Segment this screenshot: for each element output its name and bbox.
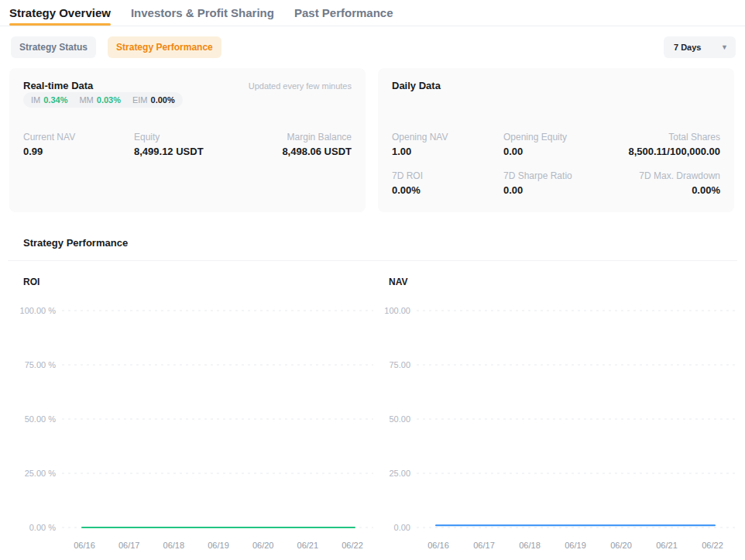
- metric-equity: Equity 8,499.12 USDT: [134, 132, 204, 157]
- nav-line-chart[interactable]: 0.0025.0050.0075.00100.0006/1606/1706/18…: [381, 299, 742, 558]
- daily-card-title: Daily Data: [392, 80, 441, 91]
- eim-label: EIM: [132, 95, 148, 105]
- nav-chart-title: NAV: [389, 277, 407, 287]
- tab-past-performance[interactable]: Past Performance: [294, 6, 393, 26]
- metric-margin-balance: Margin Balance 8,498.06 USDT: [204, 132, 352, 157]
- subtab-strategy-performance[interactable]: Strategy Performance: [108, 36, 221, 58]
- section-divider: [8, 260, 737, 261]
- svg-text:06/18: 06/18: [519, 541, 541, 550]
- svg-text:06/20: 06/20: [252, 541, 274, 550]
- metric-value: 0.99: [23, 146, 134, 157]
- metric-7d-max-drawdown: 7D Max. Drawdown 0.00%: [572, 170, 720, 196]
- daily-metrics-row-2: 7D ROI 0.00% 7D Sharpe Ratio 0.00 7D Max…: [392, 170, 720, 196]
- svg-text:06/16: 06/16: [74, 541, 95, 550]
- svg-text:06/21: 06/21: [656, 541, 678, 550]
- metric-value: 0.00: [503, 184, 572, 196]
- realtime-card-title: Real-time Data: [23, 80, 93, 91]
- chevron-down-icon: ▼: [721, 44, 728, 51]
- metric-label: Margin Balance: [204, 132, 352, 143]
- tab-strategy-overview[interactable]: Strategy Overview: [9, 6, 111, 26]
- metric-label: 7D ROI: [392, 170, 503, 181]
- svg-text:06/22: 06/22: [702, 541, 723, 550]
- mm-ratio: MM0.03%: [79, 95, 121, 105]
- svg-text:06/20: 06/20: [610, 541, 632, 550]
- updated-note: Updated every few minutes: [249, 81, 352, 91]
- svg-text:100.00 %: 100.00 %: [20, 306, 57, 315]
- top-tab-bar: Strategy Overview Investors & Profit Sha…: [0, 0, 745, 26]
- eim-ratio: EIM0.00%: [132, 95, 175, 105]
- metric-label: 7D Sharpe Ratio: [503, 170, 572, 181]
- margin-ratio-badge: IM0.34% MM0.03% EIM0.00%: [23, 92, 183, 108]
- svg-text:25.00 %: 25.00 %: [25, 469, 57, 478]
- daily-data-card: Daily Data Opening NAV 1.00 Opening Equi…: [378, 68, 734, 212]
- im-value: 0.34%: [43, 95, 67, 105]
- svg-text:75.00 %: 75.00 %: [25, 360, 57, 369]
- period-dropdown-value: 7 Days: [674, 43, 701, 52]
- im-label: IM: [31, 95, 40, 105]
- roi-chart-title: ROI: [23, 277, 39, 287]
- metric-label: Equity: [134, 132, 204, 143]
- metric-value: 1.00: [392, 146, 503, 157]
- tab-investors-profit-sharing[interactable]: Investors & Profit Sharing: [131, 6, 274, 26]
- svg-text:100.00: 100.00: [384, 306, 410, 315]
- svg-text:06/21: 06/21: [297, 541, 319, 550]
- svg-text:50.00 %: 50.00 %: [25, 414, 57, 424]
- metric-7d-roi: 7D ROI 0.00%: [392, 170, 503, 196]
- metric-7d-sharpe-ratio: 7D Sharpe Ratio 0.00: [503, 170, 572, 196]
- metric-label: Current NAV: [23, 132, 134, 143]
- metric-value: 8,500.11/100,000.00: [567, 146, 720, 157]
- strategy-dashboard-page: Strategy Overview Investors & Profit Sha…: [0, 0, 745, 560]
- performance-section-title: Strategy Performance: [23, 237, 128, 249]
- svg-text:0.00: 0.00: [394, 523, 410, 532]
- metric-value: 0.00%: [392, 184, 503, 196]
- eim-value: 0.00%: [151, 95, 175, 105]
- metric-opening-equity: Opening Equity 0.00: [503, 132, 567, 157]
- metric-value: 8,498.06 USDT: [204, 146, 352, 157]
- metric-label: Opening Equity: [503, 132, 567, 143]
- svg-text:06/22: 06/22: [342, 541, 363, 550]
- metric-label: Total Shares: [567, 132, 720, 143]
- metric-opening-nav: Opening NAV 1.00: [392, 132, 503, 157]
- svg-text:50.00: 50.00: [389, 414, 410, 424]
- period-dropdown[interactable]: 7 Days ▼: [664, 36, 736, 58]
- svg-text:75.00: 75.00: [389, 360, 410, 369]
- svg-text:25.00: 25.00: [389, 469, 410, 478]
- im-ratio: IM0.34%: [31, 95, 67, 105]
- subtab-strategy-status[interactable]: Strategy Status: [11, 36, 96, 58]
- sub-tab-bar: Strategy Status Strategy Performance: [11, 36, 221, 58]
- mm-value: 0.03%: [97, 95, 121, 105]
- svg-text:06/19: 06/19: [208, 541, 229, 550]
- metric-value: 0.00: [503, 146, 567, 157]
- mm-label: MM: [79, 95, 93, 105]
- svg-text:06/17: 06/17: [473, 541, 495, 550]
- realtime-data-card: Real-time Data Updated every few minutes…: [9, 68, 366, 212]
- svg-text:06/17: 06/17: [118, 541, 140, 550]
- metric-value: 8,499.12 USDT: [134, 146, 204, 157]
- data-cards-row: Real-time Data Updated every few minutes…: [9, 68, 734, 212]
- roi-line-chart[interactable]: 0.00 %25.00 %50.00 %75.00 %100.00 %06/16…: [9, 299, 379, 558]
- metric-total-shares: Total Shares 8,500.11/100,000.00: [567, 132, 720, 157]
- svg-text:06/16: 06/16: [427, 541, 449, 550]
- metric-value: 0.00%: [572, 184, 720, 196]
- realtime-metrics-row: Current NAV 0.99 Equity 8,499.12 USDT Ma…: [23, 132, 352, 157]
- daily-metrics-row-1: Opening NAV 1.00 Opening Equity 0.00 Tot…: [392, 132, 720, 157]
- metric-label: 7D Max. Drawdown: [572, 170, 720, 181]
- svg-text:06/19: 06/19: [565, 541, 586, 550]
- metric-label: Opening NAV: [392, 132, 503, 143]
- metric-current-nav: Current NAV 0.99: [23, 132, 134, 157]
- svg-text:06/18: 06/18: [163, 541, 185, 550]
- svg-text:0.00 %: 0.00 %: [29, 523, 56, 532]
